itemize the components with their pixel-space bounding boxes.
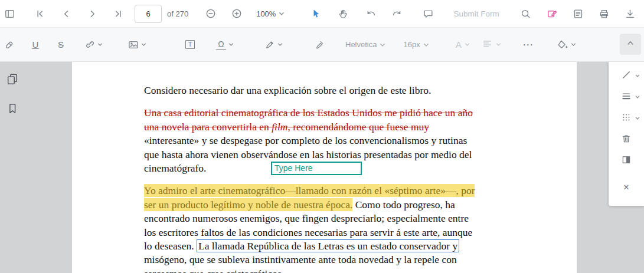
chevron-down-icon <box>141 42 146 47</box>
fill-color-dropdown[interactable] <box>553 35 581 54</box>
next-page-button[interactable] <box>83 4 102 23</box>
brush-icon <box>314 39 325 50</box>
page-number-input[interactable] <box>135 5 162 23</box>
redo-button[interactable] <box>387 4 406 23</box>
freetext-tool-button[interactable]: T <box>181 35 200 54</box>
prev-page-button[interactable] <box>57 4 76 23</box>
pdf-viewer-app: of 270 100% <box>0 0 644 273</box>
text-line: los escritores faltos de las condiciones… <box>144 226 475 239</box>
collapse-toolbar-button[interactable] <box>620 34 641 55</box>
contrast-icon <box>621 154 632 167</box>
zoom-level-dropdown[interactable]: 100% <box>256 9 285 18</box>
rectangle-annotation[interactable]: La llamada República de las Letras es un… <box>197 239 459 252</box>
contrast-style-button[interactable] <box>609 150 644 172</box>
line-tool-icon <box>621 70 632 83</box>
freetext-annotation[interactable]: Type Here <box>271 162 362 175</box>
chevron-down-icon <box>571 42 576 47</box>
line-style-dropdown[interactable] <box>609 65 644 87</box>
fill-color-icon <box>557 39 569 51</box>
strikeout-annotation[interactable]: Una casa editorial cinematográfica de lo… <box>144 107 473 119</box>
stroke-thickness-dropdown[interactable] <box>609 87 644 108</box>
edit-annotations-icon <box>547 8 558 19</box>
freehand-tool-dropdown[interactable] <box>259 35 287 54</box>
comment-icon <box>423 8 434 19</box>
first-page-icon <box>35 8 46 19</box>
undo-icon <box>365 8 377 19</box>
paragraph: Yo admiro el arte cinematográfico—llamad… <box>144 184 475 273</box>
chevron-down-icon <box>635 74 640 78</box>
text-color-dropdown[interactable]: A <box>456 40 470 49</box>
top-toolbar: of 270 100% <box>0 0 644 28</box>
pan-icon <box>338 8 349 19</box>
undo-button[interactable] <box>361 4 380 23</box>
first-page-button[interactable] <box>31 4 50 23</box>
stroke-style-icon <box>621 91 632 104</box>
annotation-toolbar: U S T Ω <box>0 28 644 62</box>
redo-icon <box>391 8 403 19</box>
comment-tool-button[interactable] <box>419 4 437 23</box>
chevron-down-icon <box>465 42 470 47</box>
opacity-icon <box>621 112 632 125</box>
document-text: Considero necesario dar una explicación … <box>144 84 475 273</box>
font-family-dropdown[interactable]: Helvetica <box>345 40 385 49</box>
image-tool-dropdown[interactable] <box>123 35 151 54</box>
highlight-annotation[interactable]: Yo admiro el arte cinematográfico—llamad… <box>144 184 475 197</box>
thumbnails-icon <box>6 73 19 85</box>
panel-toggle-icon <box>4 8 15 19</box>
opacity-dropdown[interactable] <box>609 108 644 129</box>
annotation-style-panel: × <box>609 62 644 206</box>
chevron-down-icon <box>279 11 285 16</box>
edit-annotations-button[interactable] <box>543 4 562 23</box>
bookmark-icon <box>6 102 19 115</box>
link-icon <box>84 39 96 50</box>
search-button[interactable] <box>516 4 535 23</box>
strikethrough-icon: S <box>58 40 64 49</box>
highlight-annotation[interactable]: ser un producto legítimo y noble de nues… <box>144 198 352 211</box>
zoom-in-button[interactable] <box>227 4 246 23</box>
thumbnails-button[interactable] <box>3 70 22 88</box>
download-button[interactable] <box>621 4 640 23</box>
search-icon <box>520 8 531 19</box>
strikeout-annotation[interactable]: una novela para convertirla en film, rec… <box>144 121 429 133</box>
stamp-tool-dropdown[interactable]: Ω <box>211 35 239 54</box>
close-panel-button[interactable]: × <box>609 176 644 198</box>
notes-panel-button[interactable] <box>569 4 588 23</box>
text-align-dropdown[interactable] <box>482 38 501 51</box>
chevron-down-icon <box>635 95 640 99</box>
submit-form-button[interactable]: Submit Form <box>453 9 499 18</box>
text-line: misógeno, que se subleva instintivamente… <box>144 253 475 267</box>
overflow-menu-button[interactable]: ⋯ <box>519 35 538 54</box>
zoom-level-value: 100% <box>256 9 276 18</box>
bookmarks-button[interactable] <box>3 99 22 118</box>
print-icon <box>599 8 610 19</box>
link-tool-dropdown[interactable] <box>80 35 107 54</box>
panel-toggle-button[interactable] <box>0 4 19 23</box>
strikethrough-tool-button[interactable]: S <box>51 35 70 54</box>
paragraph: Considero necesario dar una explicación … <box>144 84 475 97</box>
font-size-dropdown[interactable]: 16px <box>403 40 429 49</box>
text-line: sarcasmos que cree aristocráticos. <box>144 267 475 273</box>
chevron-up-icon <box>625 38 636 51</box>
print-button[interactable] <box>595 4 614 23</box>
last-page-icon <box>112 8 123 19</box>
pan-tool-button[interactable] <box>334 4 352 23</box>
underline-tool-button[interactable]: U <box>26 35 45 54</box>
text-color-icon: A <box>456 40 462 49</box>
select-tool-button[interactable] <box>306 4 325 23</box>
text-line: encontrado numerosos enemigos, que finge… <box>144 212 475 225</box>
image-icon <box>128 39 139 51</box>
prev-page-icon <box>61 8 72 19</box>
zoom-out-button[interactable] <box>201 4 220 23</box>
notes-panel-icon <box>573 8 584 19</box>
zoom-in-icon <box>231 8 243 19</box>
content-area: Considero necesario dar una explicación … <box>0 61 644 273</box>
highlight-tool-button[interactable] <box>0 35 19 54</box>
delete-annotation-button[interactable] <box>609 129 644 150</box>
close-icon: × <box>623 182 629 192</box>
underline-icon: U <box>32 40 39 49</box>
chevron-down-icon <box>277 42 283 47</box>
next-page-icon <box>87 8 98 19</box>
download-icon <box>625 8 636 19</box>
last-page-button[interactable] <box>108 4 127 23</box>
brush-tool-button[interactable] <box>310 35 329 54</box>
